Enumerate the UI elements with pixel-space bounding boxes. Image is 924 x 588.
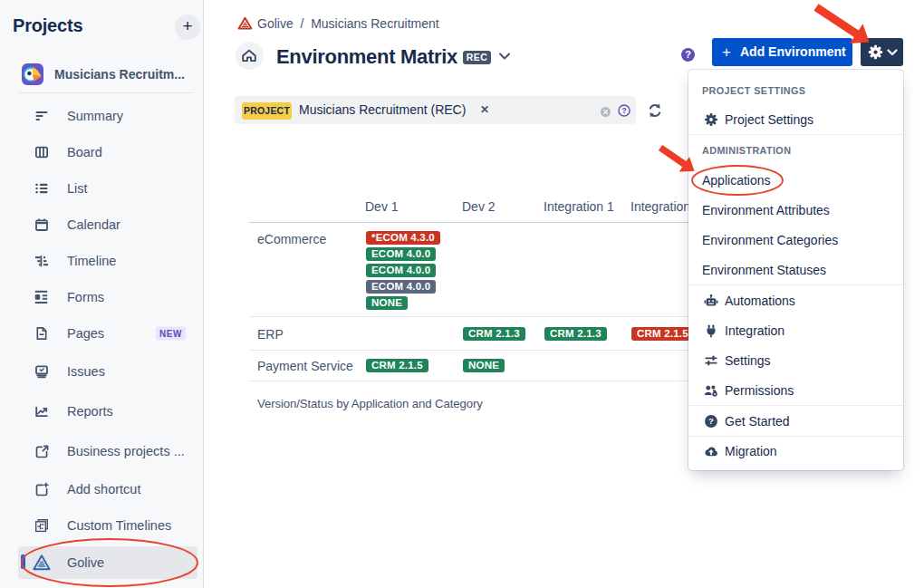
svg-text:?: ?	[621, 106, 626, 115]
svg-text:?: ?	[708, 416, 714, 426]
